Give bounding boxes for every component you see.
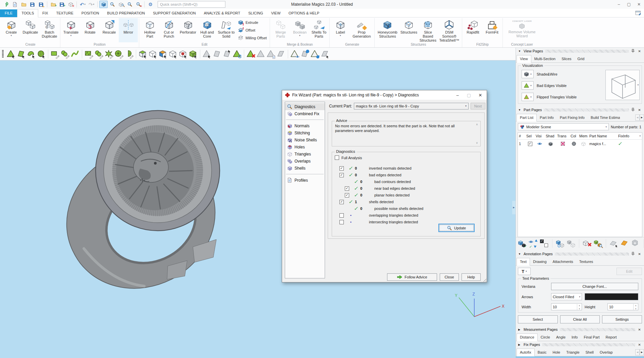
tab-slices[interactable]: Slices (558, 55, 574, 62)
save-icon[interactable] (28, 1, 37, 8)
dialog-minimize-button[interactable]: – (452, 91, 463, 99)
sidebar-item-profiles[interactable]: Profiles (285, 177, 325, 184)
mark-plane-tool-icon[interactable] (16, 49, 26, 59)
customize-ui-icon[interactable] (635, 10, 641, 16)
select-cube-white-icon[interactable] (148, 49, 158, 59)
panel-collapse-handle[interactable]: ▶ (512, 201, 516, 214)
delete-part-icon[interactable] (582, 239, 592, 248)
tab-circle[interactable]: Circle (538, 334, 553, 341)
tab-view[interactable]: View (517, 55, 531, 63)
select-cube-outline-icon[interactable] (168, 49, 178, 59)
tab-part-list[interactable]: Part List (517, 114, 537, 122)
full-analysis-checkbox[interactable] (335, 155, 339, 160)
cut-or-punch-button[interactable]: Cut or Punch (159, 18, 178, 42)
tab-report[interactable]: Report (603, 334, 620, 341)
milling-offset-button[interactable]: Milling Offset (238, 35, 267, 41)
import-icon[interactable]: + (49, 1, 57, 8)
minimize-button[interactable]: – (614, 0, 624, 9)
close-button[interactable]: ✕ (634, 0, 644, 9)
panel-drag-area[interactable] (542, 343, 635, 346)
show-marked-triangles-icon[interactable] (290, 49, 300, 59)
offset-button[interactable]: Offset (238, 27, 267, 33)
diagnostic-row[interactable]: ✓✓0near bad edges detected (332, 185, 480, 192)
tab-autofix[interactable]: Autofix (517, 349, 535, 356)
tab-scroll-left[interactable]: ◀ (635, 349, 640, 355)
color-drop-triangle-icon[interactable] (310, 49, 320, 59)
zoom-part-icon[interactable] (117, 1, 125, 8)
update-marked-triangles-icon[interactable] (232, 49, 242, 59)
select-cube-green-top-icon[interactable] (138, 49, 148, 59)
diagnostic-row[interactable]: ✓0possible noise shells detected (332, 205, 480, 212)
new-scene-icon[interactable] (11, 1, 19, 8)
select-cube-core-icon[interactable] (178, 49, 188, 59)
tab-hole[interactable]: Hole (550, 349, 564, 356)
tab-texture[interactable]: TEXTURE (52, 9, 77, 17)
sidebar-item-shells[interactable]: Shells (285, 165, 325, 172)
view-pages-header[interactable]: ▼ View Pages ✕ (516, 48, 644, 54)
arrow-color-swatch[interactable] (585, 293, 638, 300)
update-button[interactable]: Update (438, 224, 475, 232)
tab-fix[interactable]: FIX (38, 9, 52, 17)
select-all-parts-icon[interactable]: ✓ (518, 239, 527, 248)
label-button[interactable]: ALabel▾ (331, 18, 350, 42)
sidebar-item-holes[interactable]: Holes (285, 143, 325, 150)
tab-triangle[interactable]: Triangle (563, 349, 582, 356)
rescale-button[interactable]: Rescale (100, 18, 119, 42)
tab-options-help[interactable]: OPTIONS & HELP (284, 9, 323, 17)
advice-scrollbar[interactable]: ∧∨ (475, 122, 479, 145)
unload-part-icon[interactable]: ✕ (66, 1, 75, 8)
close-panel-icon[interactable]: ✕ (637, 252, 642, 256)
sidebar-item-diagnostics[interactable]: Diagnostics (285, 103, 325, 110)
column-options-icon[interactable]: ▾ (637, 135, 642, 137)
measurement-pages-header[interactable]: ▶ Measurement Pages ✕ (516, 326, 644, 333)
fix-wizard-dialog[interactable]: Fix Wizard (Part: magics fix stl- Lion r… (282, 90, 487, 282)
sidebar-item-combined-fix[interactable]: Combined Fix (285, 110, 325, 117)
shade-icon[interactable] (545, 141, 556, 146)
tab-part-info[interactable]: Part Info (537, 114, 557, 121)
change-font-button[interactable]: Change Font... (551, 283, 638, 290)
arrows-style-select[interactable]: Closed Filled▾ (551, 293, 582, 300)
build-sheet-icon[interactable] (620, 239, 630, 248)
close-panel-icon[interactable]: ✕ (637, 328, 642, 331)
pin-icon[interactable] (631, 107, 635, 113)
save-as-icon[interactable] (37, 1, 45, 8)
wheel-marking-tool-icon[interactable] (114, 49, 124, 59)
text-tool-button[interactable]: T▾ (518, 268, 531, 275)
part-pages-header[interactable]: ▼ Part Pages ✕ (516, 106, 644, 113)
mirror-button[interactable]: Mirror (119, 18, 138, 42)
scene-selector[interactable]: Modeler Scene ▾ (518, 123, 609, 130)
structures-button[interactable]: Structures (399, 18, 418, 42)
perforator-button[interactable]: Perforator (178, 18, 198, 42)
tab-grid[interactable]: Grid (575, 55, 588, 62)
close-panel-icon[interactable]: ✕ (637, 343, 642, 347)
undo-icon[interactable]: ↶▾ (78, 1, 87, 8)
tab-view[interactable]: VIEW (267, 9, 284, 17)
shells-to-parts-button[interactable]: Shells To Parts (309, 18, 328, 42)
tab-analyze-report[interactable]: ANALYZE & REPORT (200, 9, 244, 17)
dialog-close-button[interactable]: ✕ (475, 91, 486, 99)
tab-attachments[interactable]: Attachments (550, 258, 576, 265)
sidebar-item-noise-shells[interactable]: Noise Shells (285, 136, 325, 143)
tab-final-part[interactable]: Final Part (581, 334, 602, 341)
tab-position[interactable]: POSITION (77, 9, 103, 17)
collapse-icon[interactable]: ▼ (518, 50, 522, 53)
bad-edges-button[interactable]: ▾ (522, 81, 534, 90)
fix-pages-header[interactable]: ▶ Fix Pages ✕ (516, 341, 644, 348)
paint-marked-triangles-icon[interactable] (300, 49, 310, 59)
star-marking-tool-icon[interactable] (104, 49, 114, 59)
close-dialog-button[interactable]: Close (440, 273, 459, 281)
close-panel-icon[interactable]: ✕ (637, 108, 642, 112)
dialog-resize-grip[interactable] (482, 277, 486, 282)
delete-marked-triangles-icon[interactable] (246, 49, 256, 59)
rotate-button[interactable]: Rotate (80, 18, 100, 42)
annotation-pages-header[interactable]: ▼ Annotation Pages ✕ (516, 251, 644, 257)
tab-build-preparation[interactable]: BUILD PREPARATION (103, 9, 149, 17)
slice-based-structures-button[interactable]: Slice Based Structures (418, 18, 437, 42)
rectangle-marking-tool-icon[interactable] (50, 49, 60, 59)
shade-mode-button[interactable]: ▾ (522, 70, 534, 78)
diagnostic-row[interactable]: ✓✓1shells detected (332, 198, 480, 205)
close-panel-icon[interactable]: ✕ (637, 49, 642, 53)
panel-drag-area[interactable] (544, 108, 629, 111)
create-button[interactable]: Create▾ (2, 18, 21, 42)
toolbar-drag-handle[interactable] (2, 50, 4, 58)
